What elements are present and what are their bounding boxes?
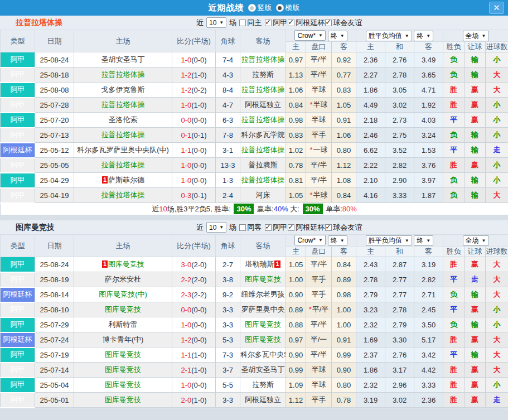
handicap-cell: 平手 xyxy=(306,393,332,408)
match-count-select[interactable]: 10▼ xyxy=(206,222,226,233)
mean-select[interactable]: 胜平负均值▼ xyxy=(366,31,412,41)
odds-away-value: 0.78 xyxy=(332,393,356,408)
col-type: 类型 xyxy=(1,30,35,52)
match-type: 阿甲 xyxy=(1,302,35,317)
col-odds-home: 主 xyxy=(286,42,306,52)
away-team: 拉普拉塔体操 xyxy=(240,113,286,128)
same-venue-checkbox[interactable]: 同客 xyxy=(239,223,262,233)
checkbox-unchecked-icon xyxy=(239,224,246,231)
match-row: 阿甲25-07-20圣洛伦索0-0(0-0)6-3拉普拉塔体操0.98半球0.9… xyxy=(1,113,508,128)
odds-company-select[interactable]: Crow*▼ xyxy=(294,30,326,41)
league-checkbox-2[interactable]: 球会友谊 xyxy=(325,223,362,233)
mean-home-value: 2.46 xyxy=(356,128,385,143)
fulltime-select[interactable]: 全场▼ xyxy=(463,235,489,246)
fulltime-score: 1-0 xyxy=(181,161,191,170)
league-checkbox-1[interactable]: 阿根廷杯 xyxy=(288,223,325,233)
fulltime-score: 0-3 xyxy=(181,191,191,200)
score-cell: 0-0(0-0) xyxy=(172,302,216,317)
radio-vertical-label: 竖版 xyxy=(258,3,272,13)
match-type: 阿甲 xyxy=(1,113,35,128)
handicap-label: 半球 xyxy=(312,115,326,124)
mean-away-value: 1.87 xyxy=(414,188,443,203)
close-button[interactable]: ✕ xyxy=(489,2,504,14)
league-checkbox-0[interactable]: 阿甲 xyxy=(265,223,287,233)
score-cell: 1-1(0-0) xyxy=(172,143,216,158)
summary-text: 近10场,胜3平2负5, 胜率: 30% 赢率:40% 大: 30% 单率:80… xyxy=(1,203,508,215)
summary-part: 场,胜3平2负5, 胜率: xyxy=(167,205,233,213)
handicap-cell: 平/半 xyxy=(306,347,332,363)
mean-group-header: 胜平负均值▼ 终▼ xyxy=(356,235,443,247)
halftime-score: (0-0) xyxy=(191,176,206,185)
mean-draw-value: 2.76 xyxy=(385,347,414,363)
layout-radio-horizontal[interactable]: 横版 xyxy=(276,3,300,13)
mean-final-select[interactable]: 终▼ xyxy=(414,31,433,41)
handicap-cell: 平手 xyxy=(306,287,332,302)
home-team: 科尔多瓦罗萨里奥中央队(中) xyxy=(74,143,172,158)
odds-home-value: 0.89 xyxy=(286,302,306,317)
result-goals: 小 xyxy=(486,98,508,113)
radio-unchecked-icon xyxy=(248,4,256,12)
odds-home-value: 0.98 xyxy=(286,113,306,128)
corner-count: 9-2 xyxy=(216,287,240,302)
odds-final-select[interactable]: 终▼ xyxy=(328,31,347,41)
result-wdl: 平 xyxy=(443,272,465,287)
halftime-score: (2-0) xyxy=(191,260,206,269)
league-checkbox-0[interactable]: 阿甲 xyxy=(265,18,287,28)
mean-away-value: 3.65 xyxy=(414,67,443,83)
league-label: 球会友谊 xyxy=(333,18,362,28)
mean-select[interactable]: 胜平负均值▼ xyxy=(366,235,412,246)
odds-home-value: 0.97 xyxy=(286,52,306,67)
col-date: 日期 xyxy=(35,30,74,52)
result-goals: 小 xyxy=(486,302,508,317)
result-wdl: 胜 xyxy=(443,257,465,272)
result-handicap: 输 xyxy=(465,173,486,188)
mean-home-value: 1.86 xyxy=(356,363,385,378)
summary-part: 30% xyxy=(234,204,254,214)
matches-tbody: 阿甲25-08-241图库曼竞技3-0(2-0)2-7塔勒瑞斯11.05平/半0… xyxy=(1,257,508,408)
odds-home-value: 1.13 xyxy=(286,67,306,83)
mean-away-value: 4.71 xyxy=(414,83,443,98)
col-result-goals: 进球数 xyxy=(486,42,508,52)
mean-draw-value: 2.90 xyxy=(385,173,414,188)
fulltime-score: 1-2 xyxy=(181,71,191,79)
summary-part: 80% xyxy=(342,205,357,213)
match-type: 阿甲 xyxy=(1,83,35,98)
layout-radio-vertical[interactable]: 竖版 xyxy=(248,3,272,13)
team-label: 利斯特雷 xyxy=(109,320,138,329)
result-goals: 小 xyxy=(486,52,508,67)
mean-home-value: 2.78 xyxy=(356,272,385,287)
same-venue-checkbox[interactable]: 同主 xyxy=(239,18,262,28)
chevron-down-icon: ▼ xyxy=(426,238,430,243)
odds-away-value: 0.90 xyxy=(332,363,356,378)
team-label: 图库曼竞技(中) xyxy=(99,290,147,298)
mean-draw-value: 2.76 xyxy=(385,52,414,67)
red-card-badge: 1 xyxy=(102,260,108,268)
fulltime-select[interactable]: 全场▼ xyxy=(463,31,489,41)
team-label: 拉普拉塔体操 xyxy=(241,55,285,64)
col-mean-draw: 和 xyxy=(385,42,414,52)
mean-draw-value: 3.33 xyxy=(385,188,414,203)
col-result-handicap: 让球 xyxy=(465,42,486,52)
summary-part: 10 xyxy=(159,205,167,213)
mean-home-value: 2.32 xyxy=(356,317,385,332)
mean-away-value: 2.36 xyxy=(414,393,443,408)
match-date: 25-07-28 xyxy=(35,98,74,113)
odds-home-value: 0.97 xyxy=(286,332,306,347)
corner-count: 3-8 xyxy=(216,272,240,287)
halftime-score: (0-0) xyxy=(191,56,206,64)
match-count-select[interactable]: 10▼ xyxy=(206,17,226,28)
home-team: 图库曼竞技 xyxy=(74,302,172,317)
odds-away-value: 0.99 xyxy=(332,347,356,363)
col-corner: 角球 xyxy=(216,235,240,257)
handicap-cell: 半/一 xyxy=(306,332,332,347)
halftime-score: (2-0) xyxy=(191,276,206,284)
team-label: 拉普拉塔体操 xyxy=(241,115,285,124)
odds-company-select[interactable]: Crow*▼ xyxy=(294,235,326,245)
match-type: 阿甲 xyxy=(1,128,35,143)
score-cell: 1-0(0-0) xyxy=(172,158,216,173)
league-checkbox-1[interactable]: 阿根廷杯 xyxy=(288,18,325,28)
mean-home-value: 3.19 xyxy=(356,393,385,408)
mean-final-select[interactable]: 终▼ xyxy=(414,235,433,246)
odds-final-select[interactable]: 终▼ xyxy=(328,235,347,246)
league-checkbox-2[interactable]: 球会友谊 xyxy=(325,18,362,28)
